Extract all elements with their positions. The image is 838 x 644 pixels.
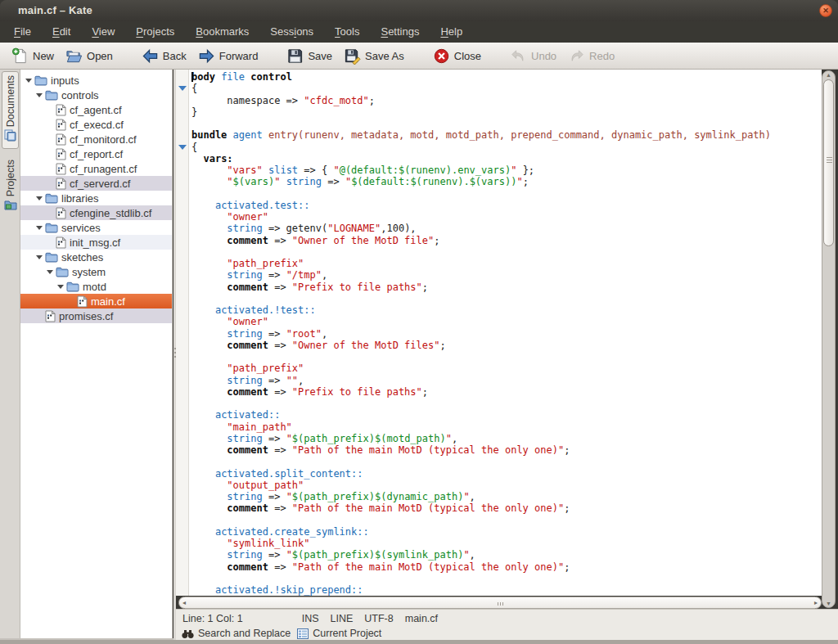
code-line-22[interactable]: "owner"	[191, 316, 771, 327]
code-line-19[interactable]: comment => "Prefix to file paths";	[191, 281, 771, 293]
code-line-42[interactable]: string => "$(path_prefix)$(symlink_path)…	[191, 549, 771, 561]
expander-triangle-icon[interactable]	[47, 270, 53, 274]
insert-mode-label[interactable]: INS	[302, 613, 319, 624]
tree-item-system[interactable]: system	[20, 264, 172, 279]
editor-view[interactable]: body file control{ namespace => "cfdc_mo…	[176, 70, 822, 596]
sidebar-tab-projects[interactable]: Projects	[2, 156, 19, 218]
code-line-17[interactable]: "path_prefix"	[191, 258, 771, 269]
code-line-15[interactable]: comment => "Owner of the MotD file";	[191, 235, 771, 246]
expander-triangle-icon[interactable]	[36, 226, 43, 230]
code-fold-marker-icon[interactable]	[178, 145, 187, 150]
code-line-1[interactable]: body file control	[191, 71, 771, 83]
code-line-28[interactable]: comment => "Prefix to file paths";	[191, 386, 771, 398]
code-line-4[interactable]: }	[191, 106, 771, 118]
code-line-43[interactable]: comment => "Path of the main MotD (typic…	[191, 561, 771, 573]
search-and-replace-button[interactable]: Search and Replace	[182, 628, 291, 639]
code-line-36[interactable]: "output_path"	[191, 480, 771, 491]
tree-item-inputs[interactable]: inputs	[20, 73, 172, 88]
code-line-23[interactable]: string => "root",	[191, 328, 771, 340]
tree-item-libraries[interactable]: libraries	[20, 191, 172, 205]
code-line-2[interactable]: {	[191, 83, 771, 94]
titlebar[interactable]: main.cf – Kate ✕	[0, 0, 838, 21]
code-line-34[interactable]	[191, 456, 771, 467]
code-line-29[interactable]	[191, 398, 771, 409]
current-project-button[interactable]: Current Project	[297, 628, 381, 639]
tree-item-controls[interactable]: controls	[20, 88, 172, 102]
expander-triangle-icon[interactable]	[36, 196, 43, 200]
expander-triangle-icon[interactable]	[36, 255, 43, 259]
code-line-27[interactable]: string => "",	[191, 375, 771, 386]
code-line-40[interactable]: activated.create_symlink::	[191, 526, 771, 538]
code-line-20[interactable]	[191, 293, 771, 304]
code-line-32[interactable]: string => "$(path_prefix)$(motd_path)",	[191, 433, 771, 444]
code-line-13[interactable]: "owner"	[191, 211, 771, 223]
scroll-right-arrow-icon[interactable]: ▸	[814, 599, 818, 606]
code-line-7[interactable]: {	[191, 142, 771, 153]
code-line-18[interactable]: string => "/tmp",	[191, 269, 771, 281]
menu-projects[interactable]: Projects	[125, 22, 185, 42]
scroll-down-arrow-icon[interactable]: ▼	[822, 601, 835, 606]
tree-item-cf_execd-cf[interactable]: cf_execd.cf	[20, 117, 172, 132]
close-button[interactable]: Close	[427, 46, 487, 66]
code-line-38[interactable]: comment => "Path of the main MotD (typic…	[191, 502, 771, 514]
save-button[interactable]: Save	[281, 46, 338, 66]
code-line-45[interactable]: activated.!skip_prepend::	[191, 584, 771, 596]
expander-triangle-icon[interactable]	[36, 93, 43, 97]
code-line-39[interactable]	[191, 515, 771, 526]
menu-bookmarks[interactable]: Bookmarks	[185, 22, 259, 42]
code-line-5[interactable]	[191, 118, 771, 129]
editor-icon-border[interactable]	[176, 70, 189, 596]
tree-item-main-cf[interactable]: main.cf	[20, 294, 172, 308]
menu-file[interactable]: File	[3, 22, 42, 42]
menu-settings[interactable]: Settings	[370, 22, 430, 42]
code-line-37[interactable]: string => "$(path_prefix)$(dynamic_path)…	[191, 491, 771, 502]
tree-item-cfengine_stdlib-cf[interactable]: cfengine_stdlib.cf	[20, 205, 172, 220]
tree-item-motd[interactable]: motd	[20, 279, 172, 294]
scroll-left-arrow-icon[interactable]: ◂	[182, 599, 186, 606]
vertical-scroll-thumb[interactable]	[823, 79, 834, 246]
tree-item-cf_monitord-cf[interactable]: cf_monitord.cf	[20, 132, 172, 146]
editor-vertical-scrollbar[interactable]: ▲ ▼	[822, 70, 836, 608]
back-button[interactable]: Back	[136, 46, 192, 66]
tree-item-cf_serverd-cf[interactable]: cf_serverd.cf	[20, 176, 172, 191]
tree-item-init_msg-cf[interactable]: init_msg.cf	[20, 235, 172, 250]
tree-item-cf_agent-cf[interactable]: cf_agent.cf	[20, 102, 172, 117]
code-line-3[interactable]: namespace => "cfdc_motd";	[191, 95, 771, 106]
code-line-30[interactable]: activated::	[191, 409, 771, 421]
code-line-14[interactable]: string => getenv("LOGNAME",100),	[191, 223, 771, 234]
code-line-8[interactable]: vars:	[191, 153, 771, 164]
code-line-35[interactable]: activated.split_content::	[191, 468, 771, 480]
save-as-button[interactable]: Save As	[338, 46, 410, 66]
menu-view[interactable]: View	[81, 22, 125, 42]
code-line-31[interactable]: "main_path"	[191, 421, 771, 433]
code-line-25[interactable]	[191, 351, 771, 363]
tree-item-cf_report-cf[interactable]: cf_report.cf	[20, 146, 172, 161]
window-close-button[interactable]: ✕	[819, 4, 832, 17]
editor-horizontal-scrollbar[interactable]: ◂ ▸	[178, 597, 822, 609]
line-ending-label[interactable]: LINE	[331, 613, 354, 624]
menu-edit[interactable]: Edit	[42, 22, 81, 42]
code-line-24[interactable]: comment => "Owner of the MotD files";	[191, 340, 771, 351]
expander-triangle-icon[interactable]	[57, 285, 64, 289]
code-line-11[interactable]	[191, 188, 771, 200]
tree-item-promises-cf[interactable]: promises.cf	[20, 308, 172, 323]
code-line-26[interactable]: "path_prefix"	[191, 363, 771, 374]
code-area[interactable]: body file control{ namespace => "cfdc_mo…	[191, 71, 771, 596]
code-line-16[interactable]	[191, 246, 771, 258]
code-line-12[interactable]: activated.test::	[191, 200, 771, 211]
encoding-label[interactable]: UTF-8	[364, 613, 393, 624]
code-line-6[interactable]: bundle agent entry(runenv, metadata, mot…	[191, 129, 771, 141]
new-button[interactable]: New	[6, 46, 60, 66]
code-line-21[interactable]: activated.!test::	[191, 304, 771, 316]
code-fold-marker-icon[interactable]	[178, 86, 187, 91]
code-line-33[interactable]: comment => "Path of the main MotD (typic…	[191, 444, 771, 456]
sidebar-tab-documents[interactable]: Documents	[2, 71, 19, 149]
code-line-10[interactable]: "$(vars)" string => "$(default:$(runenv)…	[191, 176, 771, 187]
menu-tools[interactable]: Tools	[324, 22, 370, 42]
expander-triangle-icon[interactable]	[25, 79, 32, 83]
tree-item-sketches[interactable]: sketches	[20, 250, 172, 264]
tree-item-services[interactable]: services	[20, 220, 172, 235]
open-button[interactable]: Open	[60, 46, 119, 66]
code-line-9[interactable]: "vars" slist => { "@(default:$(runenv).e…	[191, 164, 771, 176]
code-line-44[interactable]	[191, 573, 771, 584]
